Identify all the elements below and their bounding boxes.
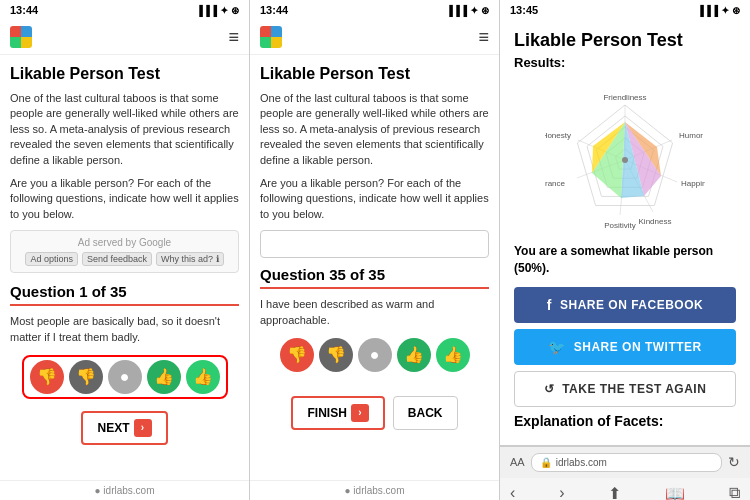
share-twitter-button[interactable]: 🐦 SHARE ON TWITTER [514,329,736,365]
results-content: Likable Person Test Results: [500,20,750,445]
description-1b: Are you a likable person? For each of th… [10,176,239,222]
footer-2: ● idrlabs.com [250,480,499,500]
tabs-icon[interactable]: ⧉ [729,484,740,500]
results-label: Results: [514,55,736,70]
ad-text: Ad served by Google [78,237,171,248]
panel-2: 13:44 ▐▐▐ ✦ ⊛ ≡ Likable Person Test One … [250,0,500,500]
question-header-2: Question 35 of 35 [260,266,489,283]
nav-bar-2: ≡ [250,20,499,55]
svg-text:Humor: Humor [679,131,703,140]
url-domain: idrlabs.com [556,457,607,468]
description-2a: One of the last cultural taboos is that … [260,91,489,168]
retake-label: TAKE THE TEST AGAIN [562,382,706,396]
ad-feedback-btn[interactable]: Send feedback [82,252,152,266]
rating-btn-2-2[interactable]: 👎 [319,338,353,372]
rating-btn-1-5[interactable]: 👍 [186,360,220,394]
share-icon[interactable]: ⬆ [608,484,621,500]
svg-text:Tolerance: Tolerance [545,179,566,188]
time-2: 13:44 [260,4,288,16]
spider-chart: Friendliness Humor Happiness Kindness Po… [545,78,705,233]
time-1: 13:44 [10,4,38,16]
panel-1: 13:44 ▐▐▐ ✦ ⊛ ≡ Likable Person Test One … [0,0,250,500]
url-input[interactable]: 🔒 idrlabs.com [531,453,722,472]
svg-text:Friendliness: Friendliness [603,93,646,102]
rating-btn-1-3[interactable]: ● [108,360,142,394]
description-2b: Are you a likable person? For each of th… [260,176,489,222]
finish-button[interactable]: FINISH › [291,396,384,430]
font-size-control[interactable]: AA [510,456,525,468]
back-label: BACK [408,406,443,420]
status-bar-3: 13:45 ▐▐▐ ✦ ⊛ [500,0,750,20]
app-title-1: Likable Person Test [10,65,239,83]
share-twitter-label: SHARE ON TWITTER [574,340,702,354]
bookmarks-icon[interactable]: 📖 [665,484,685,500]
question-text-1: Most people are basically bad, so it doe… [10,314,239,345]
text-input-area[interactable] [260,230,489,258]
back-button[interactable]: BACK [393,396,458,430]
svg-point-18 [622,157,628,163]
back-icon[interactable]: ‹ [510,484,515,500]
svg-text:Happiness: Happiness [681,179,705,188]
status-icons-3: ▐▐▐ ✦ ⊛ [697,5,740,16]
description-1a: One of the last cultural taboos is that … [10,91,239,168]
question-divider-2 [260,287,489,289]
rating-btn-2-5[interactable]: 👍 [436,338,470,372]
nav-buttons-1: NEXT › [10,411,239,445]
panel-3: 13:45 ▐▐▐ ✦ ⊛ Likable Person Test Result… [500,0,750,500]
refresh-icon[interactable]: ↻ [728,454,740,470]
retake-test-button[interactable]: ↺ TAKE THE TEST AGAIN [514,371,736,407]
time-3: 13:45 [510,4,538,16]
panel-1-content: Likable Person Test One of the last cult… [0,55,249,480]
app-title-2: Likable Person Test [260,65,489,83]
retake-icon: ↺ [544,382,555,396]
rating-row-2: 👎 👎 ● 👍 👍 [280,338,470,372]
rating-btn-2-1[interactable]: 👎 [280,338,314,372]
rating-container-2: 👎 👎 ● 👍 👍 [260,338,489,384]
next-button[interactable]: NEXT › [81,411,167,445]
facebook-icon: f [547,297,552,313]
chart-rings: Friendliness Humor Happiness Kindness Po… [545,93,705,230]
footer-url-2: idrlabs.com [353,485,404,496]
status-icons-1: ▐▐▐ ✦ ⊛ [196,5,239,16]
ad-options-btn[interactable]: Ad options [25,252,78,266]
finish-arrow: › [351,404,369,422]
rating-container-1: 👎 👎 ● 👍 👍 [10,355,239,399]
panel-2-content: Likable Person Test One of the last cult… [250,55,499,480]
browser-nav-icons: ‹ › ⬆ 📖 ⧉ [500,478,750,500]
hamburger-icon-2[interactable]: ≡ [478,27,489,48]
rating-btn-2-3[interactable]: ● [358,338,392,372]
ad-buttons: Ad options Send feedback Why this ad? ℹ [17,252,232,266]
svg-text:Kindness: Kindness [639,217,672,226]
ad-box: Ad served by Google Ad options Send feed… [10,230,239,273]
status-bar-2: 13:44 ▐▐▐ ✦ ⊛ [250,0,499,20]
ad-why: Why this ad? ℹ [156,252,224,266]
rating-row-bordered-1: 👎 👎 ● 👍 👍 [22,355,228,399]
forward-icon[interactable]: › [559,484,564,500]
share-facebook-button[interactable]: f SHARE ON FACEBOOK [514,287,736,323]
rating-btn-2-4[interactable]: 👍 [397,338,431,372]
url-bar-row: AA 🔒 idrlabs.com ↻ [500,446,750,478]
next-arrow: › [134,419,152,437]
app-logo-1 [10,26,32,48]
footer-url-1: idrlabs.com [103,485,154,496]
status-bar-1: 13:44 ▐▐▐ ✦ ⊛ [0,0,249,20]
share-facebook-label: SHARE ON FACEBOOK [560,298,703,312]
question-text-2: I have been described as warm and approa… [260,297,489,328]
nav-buttons-2: FINISH › BACK [260,396,489,430]
results-title: Likable Person Test [514,30,736,51]
spider-chart-container: Friendliness Humor Happiness Kindness Po… [514,78,736,233]
svg-text:Positivity: Positivity [604,221,636,230]
footer-1: ● idrlabs.com [0,480,249,500]
hamburger-icon-1[interactable]: ≡ [228,27,239,48]
twitter-icon: 🐦 [548,339,566,355]
result-description: You are a somewhat likable person (50%). [514,243,736,277]
browser-bar: AA 🔒 idrlabs.com ↻ ‹ › ⬆ 📖 ⧉ [500,445,750,500]
nav-bar-1: ≡ [0,20,249,55]
finish-label: FINISH [307,406,346,420]
rating-btn-1-1[interactable]: 👎 [30,360,64,394]
question-header-1: Question 1 of 35 [10,283,239,300]
next-label: NEXT [97,421,129,435]
rating-btn-1-4[interactable]: 👍 [147,360,181,394]
rating-btn-1-2[interactable]: 👎 [69,360,103,394]
status-icons-2: ▐▐▐ ✦ ⊛ [446,5,489,16]
